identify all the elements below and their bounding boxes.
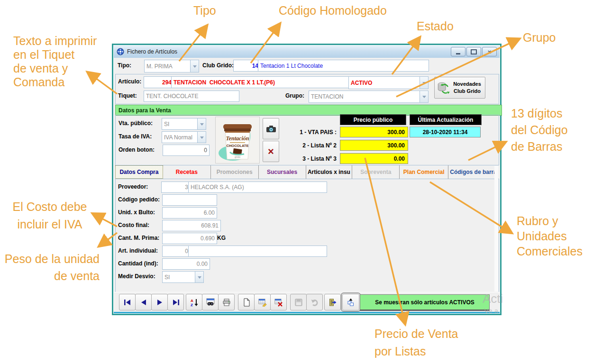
chevron-down-icon[interactable] — [420, 77, 428, 89]
tasa-iva-value: IVA Normal — [162, 132, 197, 143]
price-field-lista-3[interactable]: 0.00 — [340, 153, 408, 164]
first-record-icon — [124, 299, 131, 306]
close-button[interactable]: × — [482, 47, 497, 56]
cant-m-prima-unit: KG — [217, 235, 226, 241]
vta-publico-select[interactable]: SI — [162, 118, 206, 130]
chevron-down-icon[interactable] — [420, 91, 428, 102]
annotation-line: del Código — [511, 122, 568, 138]
club-grido-label: Club Grido: — [202, 62, 234, 69]
maximize-icon — [471, 49, 477, 55]
title-bar[interactable]: Fichero de Artículos × — [114, 46, 500, 58]
annotation-line: Comanda — [13, 75, 97, 89]
annotation-line: en el Tiquet — [13, 48, 97, 62]
articulo-code-field[interactable]: 294 — [144, 76, 174, 88]
club-grido-code-field[interactable]: 14 — [233, 60, 261, 72]
svg-text:A: A — [191, 299, 193, 303]
maximize-button[interactable] — [466, 47, 481, 56]
tab-promociones[interactable]: Promociones — [211, 165, 259, 179]
undo-button — [306, 294, 323, 310]
cant-m-prima-field[interactable]: 0.690 — [162, 233, 217, 244]
prev-record-button[interactable] — [135, 294, 152, 310]
search-button[interactable] — [202, 294, 219, 310]
annotation-line: Comerciales — [517, 244, 583, 259]
status-banner: Se muestran sólo artículos ACTIVOS — [360, 294, 490, 311]
cant-m-prima-label: Cant. M. Prima: — [118, 235, 159, 241]
tasa-iva-select[interactable]: IVA Normal — [162, 131, 206, 143]
annotation-tipo: Tipo — [193, 3, 216, 18]
tab-codigos-de-barra[interactable]: Códigos de barra — [448, 165, 498, 179]
new-record-button[interactable] — [238, 294, 255, 310]
database-sync-icon — [437, 81, 450, 94]
orden-boton-field[interactable]: 0 — [163, 145, 210, 156]
tiquet-field[interactable]: TENT. CHOCOLATE — [144, 91, 239, 102]
annotation-rubro-unidades: Rubro y Unidades Comerciales — [517, 213, 583, 259]
price-field-vta-pais[interactable]: 300.00 — [340, 127, 408, 137]
sort-az-icon: AZ — [190, 298, 199, 307]
chevron-down-icon[interactable] — [190, 60, 199, 72]
novedades-line2: Club Grido — [454, 88, 481, 94]
cantidad-ind-field[interactable]: 0.00 — [162, 258, 210, 270]
printer-icon — [222, 298, 231, 307]
tab-datos-compra[interactable]: Datos Compra — [115, 165, 163, 179]
svg-text:CHOCOLATE: CHOCOLATE — [227, 144, 249, 148]
grupo-value: TENTACION — [309, 91, 420, 102]
novedades-label: Novedades Club Grido — [451, 81, 483, 95]
edit-record-button[interactable] — [254, 294, 271, 310]
last-record-icon — [172, 299, 180, 306]
sort-button[interactable]: AZ — [186, 294, 202, 310]
print-button[interactable] — [218, 294, 235, 310]
next-record-button[interactable] — [151, 294, 168, 310]
svg-text:Tentación: Tentación — [226, 135, 249, 142]
annotation-estado: Estado — [417, 18, 454, 34]
ultima-actualizacion-column-header: Última Actualización — [410, 114, 482, 125]
price-updated-field: 28-10-2020 11:34 — [410, 127, 481, 137]
tasa-iva-label: Tasa de IVA: — [119, 133, 152, 140]
annotation-texto-tiquet: Texto a imprimir en el Tiquet de venta y… — [13, 34, 97, 89]
costo-final-field[interactable]: 608.91 — [162, 220, 221, 231]
tab-sucursales[interactable]: Sucursales — [259, 165, 306, 179]
minimize-icon — [456, 53, 460, 55]
unid-x-bulto-field[interactable]: 6.00 — [162, 207, 217, 218]
minimize-button[interactable] — [451, 47, 465, 56]
first-record-button[interactable] — [119, 294, 136, 310]
price-field-lista-2[interactable]: 300.00 — [340, 140, 408, 151]
art-individual-code-field[interactable]: 0 — [162, 246, 191, 257]
tab-bar: Datos Compra Recetas Promociones Sucursa… — [115, 165, 498, 179]
annotation-line: Precio de Venta — [374, 325, 458, 343]
duplicate-window-button[interactable] — [342, 294, 359, 310]
annotation-line: de venta y — [13, 62, 97, 75]
last-record-button[interactable] — [167, 294, 184, 310]
edit-grid-pencil-icon — [258, 298, 267, 307]
chevron-down-icon[interactable] — [197, 118, 206, 129]
exit-door-icon — [328, 298, 337, 307]
art-individual-label: Art. individual: — [118, 247, 158, 254]
proveedor-name-field[interactable]: HELACOR S.A. (AG) — [188, 182, 327, 193]
proveedor-code-field[interactable]: 3 — [161, 182, 191, 193]
duplicate-window-icon — [347, 298, 355, 307]
annotation-line: Rubro y — [517, 213, 583, 228]
tiquet-label: Tiquet: — [118, 92, 137, 99]
chevron-down-icon[interactable] — [195, 272, 203, 282]
tab-sobreventa[interactable]: Sobreventa — [352, 165, 400, 179]
medir-desvio-label: Medir Desvío: — [118, 273, 155, 280]
tab-recetas[interactable]: Recetas — [163, 165, 211, 179]
novedades-club-grido-button[interactable]: Novedades Club Grido — [434, 77, 485, 99]
precio-publico-column-header: Precio público — [340, 114, 406, 125]
art-individual-name-field[interactable] — [188, 246, 327, 257]
tab-articulos-x-insu[interactable]: Articulos x insu — [306, 165, 353, 179]
window-bottom-accent — [114, 312, 500, 313]
articulo-desc-field[interactable]: TENTACION CHOCOLATE X 1 LT.(P6) — [171, 76, 350, 88]
grupo-select[interactable]: TENTACION — [309, 91, 429, 103]
exit-button[interactable] — [324, 294, 341, 310]
chevron-down-icon[interactable] — [197, 132, 206, 143]
window-body: Tipo: M. PRIMA Club Grido: 14 Tentacion … — [114, 58, 500, 313]
tab-plan-comercial[interactable]: Plan Comercial — [400, 165, 448, 179]
medir-desvio-select[interactable]: SI — [162, 271, 204, 283]
annotation-peso-unidad: Peso de la unidad de venta — [2, 250, 100, 284]
tipo-select[interactable]: M. PRIMA — [144, 60, 199, 73]
delete-record-button[interactable] — [270, 294, 287, 310]
vta-publico-label: Vta. público: — [119, 120, 153, 127]
codigo-pedido-field[interactable] — [162, 194, 217, 206]
club-grido-desc-field[interactable]: Tentacion 1 Lt Chocolate — [258, 60, 429, 72]
estado-select[interactable]: ACTIVO — [348, 76, 429, 89]
